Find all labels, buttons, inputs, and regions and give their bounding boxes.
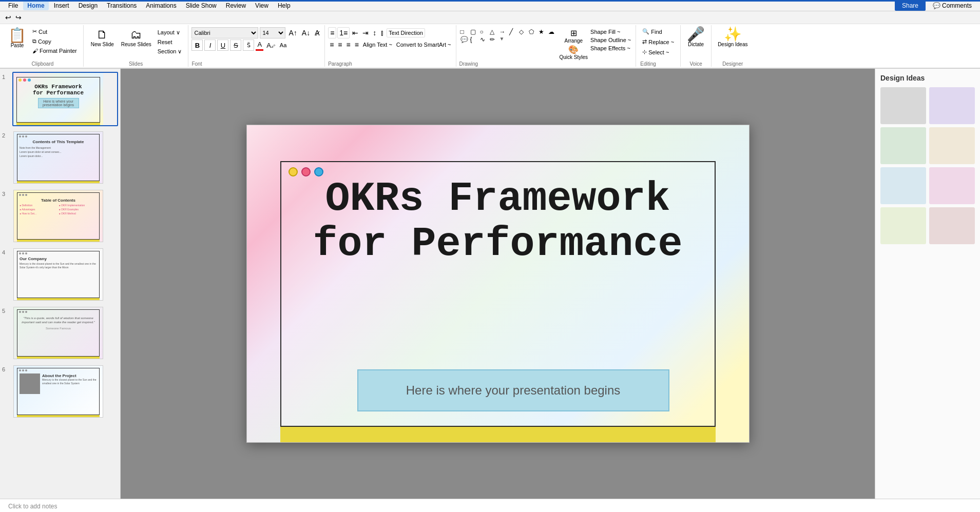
callout-shape[interactable]: 💬 bbox=[460, 36, 470, 43]
undo-icon[interactable]: ↩ bbox=[3, 12, 13, 23]
clear-format-button[interactable]: A̷ bbox=[313, 28, 321, 38]
select-button[interactable]: ⊹ Select ~ bbox=[640, 48, 676, 56]
align-left-button[interactable]: ≡ bbox=[328, 40, 335, 50]
slide-thumb-5[interactable]: "This is a quote, words full of wisdom t… bbox=[12, 306, 118, 360]
design-idea-4[interactable] bbox=[929, 127, 975, 164]
share-button[interactable]: Share bbox=[895, 1, 926, 11]
more-shapes[interactable]: ▼ bbox=[499, 36, 509, 43]
slide-item-6[interactable]: 6 About the Project Mercury bbox=[2, 364, 118, 419]
format-painter-button[interactable]: 🖌 Format Painter bbox=[30, 47, 79, 55]
slide-item-4[interactable]: 4 Our Company Mercury is the closest pla… bbox=[2, 247, 118, 302]
center-button[interactable]: ≡ bbox=[336, 40, 343, 50]
dictate-button[interactable]: 🎤 Dictate bbox=[685, 25, 707, 49]
justify-button[interactable]: ≡ bbox=[353, 40, 360, 50]
design-idea-1[interactable] bbox=[880, 87, 926, 124]
menu-item-view[interactable]: View bbox=[251, 1, 273, 10]
design-ideas-button[interactable]: ✨ Design Ideas bbox=[716, 25, 750, 49]
font-decrease-button[interactable]: A↓ bbox=[300, 28, 312, 38]
design-idea-2[interactable] bbox=[929, 87, 975, 124]
strikethrough-button[interactable]: S bbox=[230, 40, 241, 51]
menu-item-review[interactable]: Review bbox=[222, 1, 250, 10]
decrease-indent-button[interactable]: ⇤ bbox=[351, 28, 360, 38]
triangle-shape[interactable]: △ bbox=[490, 28, 499, 35]
shape-effects-button[interactable]: Shape Effects ~ bbox=[589, 45, 632, 52]
copy-button[interactable]: ⧉ Copy bbox=[30, 37, 79, 46]
slide-item-3[interactable]: 3 Table of Contents ● Definition ● OKR I… bbox=[2, 189, 118, 243]
reset-button[interactable]: Reset bbox=[156, 38, 184, 46]
slide-item-2[interactable]: 2 Contents of This Template Note from th… bbox=[2, 130, 118, 185]
menu-item-help[interactable]: Help bbox=[274, 1, 295, 10]
slide-thumb-1[interactable]: OKRs Frameworkfor Performance Here is wh… bbox=[12, 72, 118, 126]
line-shape[interactable]: ╱ bbox=[509, 28, 518, 35]
layout-button[interactable]: Layout ∨ bbox=[156, 28, 184, 37]
increase-indent-button[interactable]: ⇥ bbox=[361, 28, 370, 38]
design-idea-7[interactable] bbox=[880, 207, 926, 244]
menu-item-file[interactable]: File bbox=[4, 1, 22, 10]
section-button[interactable]: Section ∨ bbox=[156, 47, 184, 56]
diamond-shape[interactable]: ◇ bbox=[519, 28, 528, 35]
bracket-shape[interactable]: { bbox=[470, 36, 479, 43]
columns-button[interactable]: ⫿ bbox=[379, 28, 386, 38]
slide-item-5[interactable]: 5 "This is a quote, words full of wisdom… bbox=[2, 306, 118, 360]
numbering-button[interactable]: 1≡ bbox=[337, 27, 350, 38]
arrange-button[interactable]: ⊞ Arrange bbox=[560, 28, 588, 44]
design-idea-3[interactable] bbox=[880, 127, 926, 164]
rect-shape[interactable]: □ bbox=[460, 28, 470, 35]
line-spacing-button[interactable]: ↕ bbox=[371, 28, 378, 38]
rounded-rect-shape[interactable]: ▢ bbox=[470, 28, 479, 35]
font-size-selector[interactable]: 14 bbox=[260, 27, 285, 38]
slide-thumb-3[interactable]: Table of Contents ● Definition ● OKR Imp… bbox=[12, 189, 118, 243]
menu-item-animations[interactable]: Animations bbox=[142, 1, 180, 10]
notes-bar[interactable]: Click to add notes bbox=[0, 499, 980, 512]
new-slide-button[interactable]: 🗋 New Slide bbox=[88, 27, 117, 48]
clipboard-group: 📋 Paste ✂ Cut ⧉ Copy 🖌 Format Painter bbox=[2, 25, 84, 67]
menu-item-transitions[interactable]: Transitions bbox=[103, 1, 141, 10]
shape-fill-button[interactable]: Shape Fill ~ bbox=[589, 28, 632, 35]
align-right-button[interactable]: ≡ bbox=[344, 40, 352, 50]
text-direction-button[interactable]: Text Direction bbox=[387, 28, 425, 37]
replace-button[interactable]: ⇄ Replace ~ bbox=[640, 37, 676, 46]
pentagon-shape[interactable]: ⬠ bbox=[529, 28, 538, 35]
menu-item-design[interactable]: Design bbox=[74, 1, 102, 10]
thumb1-bar bbox=[16, 122, 100, 125]
paste-button[interactable]: 📋 Paste bbox=[6, 27, 28, 49]
find-button[interactable]: 🔍 Find bbox=[640, 27, 676, 36]
slide-thumb-6[interactable]: About the Project Mercury is the closest… bbox=[12, 364, 118, 419]
shape-outline-button[interactable]: Shape Outline ~ bbox=[589, 36, 632, 44]
menu-item-insert[interactable]: Insert bbox=[50, 1, 73, 10]
menu-item-slideshow[interactable]: Slide Show bbox=[182, 1, 221, 10]
reuse-slides-button[interactable]: 🗂 Reuse Slides bbox=[118, 27, 155, 48]
comments-button[interactable]: 💬 Comments bbox=[929, 1, 976, 11]
slide-item-1[interactable]: 1 OKRs Frameworkfor Performance Here is … bbox=[2, 72, 118, 126]
redo-icon[interactable]: ↪ bbox=[13, 12, 24, 23]
star-shape[interactable]: ★ bbox=[539, 28, 548, 35]
cloud-shape[interactable]: ☁ bbox=[548, 28, 558, 35]
slide-thumb-2[interactable]: Contents of This Template Note from the … bbox=[12, 130, 118, 185]
thumb5-bar bbox=[17, 356, 100, 359]
arrow-shape[interactable]: → bbox=[499, 28, 509, 35]
curve-shape[interactable]: ∿ bbox=[480, 36, 489, 43]
font-color-button[interactable]: A bbox=[256, 40, 263, 51]
menu-item-home[interactable]: Home bbox=[23, 1, 48, 10]
voice-group: 🎤 Dictate Voice bbox=[681, 25, 712, 67]
quick-styles-button[interactable]: 🎨 Quick Styles bbox=[560, 45, 588, 60]
bullets-button[interactable]: ≡ bbox=[328, 27, 336, 38]
design-idea-6[interactable] bbox=[929, 167, 975, 204]
bold-button[interactable]: B bbox=[191, 40, 203, 51]
design-idea-8[interactable] bbox=[929, 207, 975, 244]
convert-smartart-button[interactable]: Convert to SmartArt ~ bbox=[395, 41, 453, 49]
slide-thumb-4[interactable]: Our Company Mercury is the closest plane… bbox=[12, 247, 118, 302]
design-idea-5[interactable] bbox=[880, 167, 926, 204]
freeform-shape[interactable]: ✏ bbox=[490, 36, 499, 43]
cut-button[interactable]: ✂ Cut bbox=[30, 27, 79, 36]
clipboard-tools: 📋 Paste ✂ Cut ⧉ Copy 🖌 Format Painter bbox=[6, 25, 79, 60]
font-name-selector[interactable]: Calibri bbox=[191, 27, 258, 38]
oval-shape[interactable]: ○ bbox=[480, 28, 489, 35]
change-case-button[interactable]: Aa bbox=[278, 41, 288, 49]
italic-button[interactable]: I bbox=[204, 40, 216, 51]
text-shadow-button[interactable]: S̈ bbox=[243, 40, 254, 51]
align-text-button[interactable]: Align Text ~ bbox=[361, 41, 394, 49]
underline-button[interactable]: U bbox=[217, 40, 228, 51]
text-highlight-button[interactable]: A🖊 bbox=[265, 41, 277, 50]
font-increase-button[interactable]: A↑ bbox=[287, 28, 298, 38]
